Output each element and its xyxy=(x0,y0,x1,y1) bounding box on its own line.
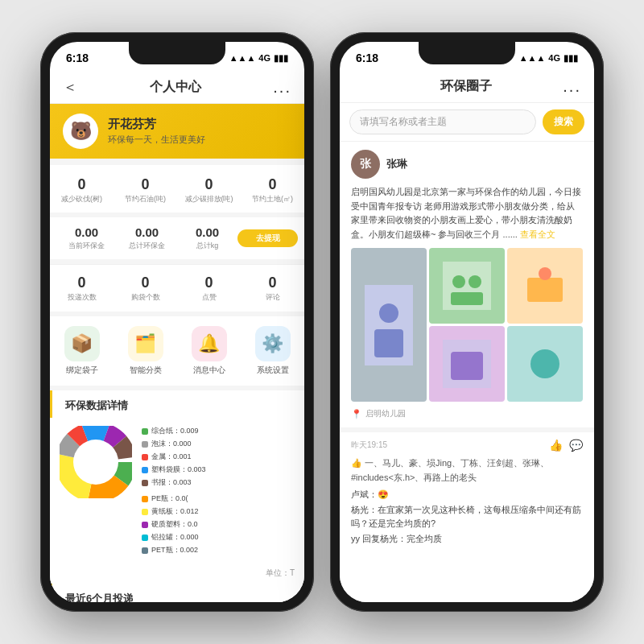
post-content: 启明国风幼儿园是北京第一家与环保合作的幼儿园，今日接受中国青年报专访 老师用游戏… xyxy=(351,185,583,242)
legend-metal: 金属：0.001 xyxy=(142,452,295,462)
notch-2 xyxy=(419,42,515,64)
more-button-2[interactable]: ... xyxy=(563,77,581,96)
comment-icon[interactable]: 💬 xyxy=(569,439,583,452)
thumb-up-icon[interactable]: 👍 xyxy=(549,439,563,452)
likes-count: 0 点赞 xyxy=(177,271,241,306)
bind-bag-icon: 📦 xyxy=(64,326,100,361)
stat-land: 0 节约土地(㎡) xyxy=(241,173,304,208)
delivery-label: 投递次数 xyxy=(52,293,112,303)
svg-rect-18 xyxy=(527,278,563,302)
bag-count: 0 购袋个数 xyxy=(114,271,177,306)
more-button-1[interactable]: ... xyxy=(273,78,291,97)
action-stats: 0 投递次数 0 购袋个数 0 点赞 0 评论 xyxy=(50,264,304,312)
network-1: 4G xyxy=(258,53,270,63)
msg-center-icon: 🔔 xyxy=(192,326,227,361)
legend-plastic-film: 塑料袋膜：0.003 xyxy=(142,464,295,475)
status-icons-1: ▲▲▲ 4G ▮▮▮ xyxy=(229,53,288,64)
chart-legend: 综合纸：0.009 泡沫：0.000 金属：0.001 塑料袋膜：0. xyxy=(142,426,295,558)
stat-oil-label: 节约石油(吨) xyxy=(115,195,175,204)
comment-section: 昨天19:15 👍 💬 👍 一、马儿、豪、埙Jing、丁栋、汪剑超、张琳、#in… xyxy=(340,432,594,551)
svg-rect-16 xyxy=(451,292,483,305)
settings-icon: ⚙️ xyxy=(255,326,291,361)
phone1-content: ＜ 个人中心 ... 🐻 开花芬芳 环保每一天，生活更美好 0 xyxy=(50,71,304,602)
location-icon: 📍 xyxy=(351,409,362,419)
feature-menu: 📦 绑定袋子 🗂️ 智能分类 🔔 消息中心 ⚙️ 系统设置 xyxy=(50,316,304,386)
stat-land-value: 0 xyxy=(242,176,303,193)
comment-2: 杨光：在宜家第一次见这种长椅，这每根压缩条中间还有筋吗？还是完全均质的? xyxy=(351,503,583,530)
comments-count: 0 评论 xyxy=(241,271,304,306)
stat-carbon: 0 减少碳排放(吨) xyxy=(177,173,241,208)
profile-banner: 🐻 开花芬芳 环保每一天，生活更美好 xyxy=(50,104,304,159)
stat-oil: 0 节约石油(吨) xyxy=(114,173,177,208)
post-image-grid xyxy=(351,248,583,402)
total-eco-money: 0.00 总计环保金 xyxy=(117,225,177,251)
phone-1: 6:18 ▲▲▲ 4G ▮▮▮ ＜ 个人中心 ... 🐻 xyxy=(40,32,314,612)
likes-label: 点赞 xyxy=(179,293,239,303)
comment-time: 昨天19:15 xyxy=(351,440,387,451)
current-eco-label: 当前环保金 xyxy=(56,241,117,251)
phone-2: 6:18 ▲▲▲ 4G ▮▮▮ 环保圈子 ... 请填写名称或者主题 搜索 xyxy=(330,32,604,612)
location-tag: 启明幼儿园 xyxy=(365,408,406,419)
post-image-3 xyxy=(507,248,583,324)
withdraw-button[interactable]: 去提现 xyxy=(237,229,298,247)
smart-sort-icon: 🗂️ xyxy=(128,326,163,361)
delivery-value: 0 xyxy=(52,275,112,291)
network-2: 4G xyxy=(548,53,560,63)
post-more-link[interactable]: 查看全文 xyxy=(520,229,555,239)
nav-title-1: 个人中心 xyxy=(150,79,201,96)
legend-paper: 综合纸：0.009 xyxy=(142,426,295,436)
current-eco-money: 0.00 当前环保金 xyxy=(56,225,117,251)
back-button[interactable]: ＜ xyxy=(63,77,77,97)
svg-point-14 xyxy=(452,275,465,288)
banner-text: 开花芬芳 环保每一天，生活更美好 xyxy=(108,117,291,146)
likes-value: 0 xyxy=(179,275,239,291)
svg-point-15 xyxy=(469,275,481,288)
legend-aluminum: 铝拉罐：0.000 xyxy=(142,532,295,543)
post-header: 张 张琳 xyxy=(351,150,583,179)
eco-stats-grid: 0 减少砍伐(树) 0 节约石油(吨) 0 减少碳排放(吨) 0 节约土地(㎡) xyxy=(50,165,304,213)
post-card: 张 张琳 启明国风幼儿园是北京第一家与环保合作的幼儿园，今日接受中国青年报专访 … xyxy=(340,142,594,432)
msg-center-menu[interactable]: 🔔 消息中心 xyxy=(177,326,241,376)
legend-cardboard: 黄纸板：0.012 xyxy=(142,506,295,517)
total-kg-value: 0.00 xyxy=(177,225,237,239)
svg-point-23 xyxy=(530,349,559,378)
search-button[interactable]: 搜索 xyxy=(543,109,584,134)
signal-icon-2: ▲▲▲ xyxy=(519,53,546,63)
comment-time-row: 昨天19:15 👍 💬 xyxy=(351,439,583,452)
battery-1: ▮▮▮ xyxy=(274,53,288,64)
post-footer: 📍 启明幼儿园 xyxy=(351,408,583,419)
user-avatar: 🐻 xyxy=(63,114,98,149)
user-name: 开花芬芳 xyxy=(108,117,291,132)
smart-sort-menu[interactable]: 🗂️ 智能分类 xyxy=(114,326,177,376)
stat-oil-value: 0 xyxy=(115,176,175,193)
stat-trees-value: 0 xyxy=(52,176,112,193)
user-slogan: 环保每一天，生活更美好 xyxy=(108,134,291,146)
svg-point-11 xyxy=(379,303,398,323)
svg-rect-12 xyxy=(374,329,403,357)
bag-label: 购袋个数 xyxy=(115,293,175,303)
legend-books: 书报：0.003 xyxy=(142,477,295,488)
battery-2: ▮▮▮ xyxy=(564,53,578,64)
main-container: 6:18 ▲▲▲ 4G ▮▮▮ ＜ 个人中心 ... 🐻 xyxy=(0,0,644,644)
money-row: 0.00 当前环保金 0.00 总计环保金 0.00 总计kg 去提现 xyxy=(50,217,304,259)
recent-section-title: 最近6个月投递 xyxy=(50,584,304,602)
comment-reply: yy 回复杨光：完全均质 xyxy=(351,532,583,546)
legend-pet: PET瓶：0.002 xyxy=(142,545,295,555)
settings-menu[interactable]: ⚙️ 系统设置 xyxy=(241,326,304,376)
eco-chart-area: 综合纸：0.009 泡沫：0.000 金属：0.001 塑料袋膜：0. xyxy=(50,418,304,566)
bind-bag-menu[interactable]: 📦 绑定袋子 xyxy=(50,326,114,376)
total-eco-value: 0.00 xyxy=(117,225,177,239)
notch-1 xyxy=(129,42,225,64)
time-2: 6:18 xyxy=(356,52,378,64)
nav-bar-2: 环保圈子 ... xyxy=(340,71,594,103)
legend-foam: 泡沫：0.000 xyxy=(142,439,295,449)
stat-carbon-value: 0 xyxy=(179,176,239,193)
eco-data-section-title: 环保数据详情 xyxy=(50,390,304,418)
settings-label: 系统设置 xyxy=(241,365,304,376)
total-eco-label: 总计环保金 xyxy=(117,241,177,251)
stat-carbon-label: 减少碳排放(吨) xyxy=(179,195,239,204)
legend-pe: PE瓶：0.0( xyxy=(142,493,295,504)
search-input[interactable]: 请填写名称或者主题 xyxy=(349,109,536,134)
comments-value: 0 xyxy=(242,275,303,291)
phone2-content: 环保圈子 ... 请填写名称或者主题 搜索 张 张琳 xyxy=(340,71,594,602)
